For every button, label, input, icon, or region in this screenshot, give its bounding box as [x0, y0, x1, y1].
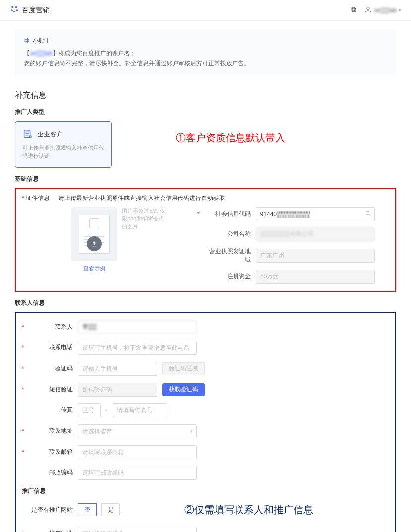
tips-title-text: 小贴士 — [33, 37, 51, 45]
zip-input[interactable] — [78, 466, 197, 480]
svg-point-6 — [367, 7, 369, 9]
has-site-label: 是否有推广网站 — [31, 506, 73, 514]
section-supplement-title: 补充信息 — [15, 90, 396, 101]
fax-label: 传真 — [31, 406, 73, 414]
email-label: 联系邮箱 — [31, 448, 73, 456]
svg-point-1 — [15, 6, 17, 8]
fax-area-input[interactable] — [78, 403, 101, 417]
upload-icon — [87, 236, 102, 251]
addr-label: 联系地址 — [31, 427, 73, 435]
brand-logo: 百度营销 — [10, 5, 50, 15]
tips-panel: 小贴士 【se▒▒lab】将成为您百度推广的账户名； 您的账户信息尚不完整，请尽… — [15, 30, 396, 75]
sms-verify-label: 短信验证 — [31, 385, 73, 394]
svg-line-13 — [369, 214, 370, 216]
chevron-down-icon: ▾ — [190, 429, 193, 434]
reg-capital-label: 注册资金 — [206, 272, 251, 281]
has-site-no[interactable]: 否 — [78, 503, 97, 516]
has-site-yes[interactable]: 是 — [101, 503, 120, 516]
annotation-1: ①客户资质信息默认带入 — [176, 132, 285, 145]
sound-icon — [24, 37, 30, 45]
email-input[interactable] — [78, 445, 197, 459]
contact-name-input[interactable] — [78, 320, 197, 334]
svg-point-0 — [11, 6, 13, 8]
section-contact-info: 联系人信息 — [15, 299, 396, 307]
copy-icon[interactable] — [350, 6, 357, 15]
sms-code-input[interactable] — [78, 383, 157, 397]
verify-code-input[interactable] — [78, 362, 157, 376]
chevron-down-icon: ▾ — [399, 8, 401, 13]
section-basic-info: 基础信息 — [15, 175, 396, 183]
svg-rect-4 — [352, 8, 356, 12]
province-city-select[interactable] — [78, 424, 197, 438]
industry-label: 推广行业 — [31, 529, 73, 532]
region-label: 营业执照发证地域 — [206, 247, 251, 264]
license-region-field — [256, 249, 375, 263]
contact-name-label: 联系人 — [31, 323, 73, 331]
fax-number-input[interactable] — [113, 403, 167, 417]
svg-point-12 — [366, 211, 369, 215]
svg-point-2 — [11, 9, 13, 11]
get-sms-button[interactable]: 获取验证码 — [162, 383, 205, 396]
top-header: 百度营销 se▒▒lab ▾ — [0, 0, 411, 21]
user-icon — [364, 6, 372, 15]
svg-point-3 — [16, 9, 18, 11]
user-menu[interactable]: se▒▒lab ▾ — [364, 6, 401, 15]
card-title: 企业客户 — [37, 130, 63, 139]
license-upload-zone[interactable] — [71, 207, 117, 261]
tips-line-1: 【se▒▒lab】将成为您百度推广的账户名； — [24, 48, 387, 58]
brand-text: 百度营销 — [22, 6, 50, 15]
annotation-2: ②仅需填写联系人和推广信息 — [184, 503, 313, 517]
basic-info-highlight-box: *证件信息 请上传最新营业执照原件或直接输入社会信用代码进行自动获取 查看示例 … — [15, 188, 396, 292]
card-desc: 可上传营业执照或输入社会信用代码进行认证 — [22, 144, 104, 160]
company-label: 公司名称 — [206, 230, 251, 238]
search-icon[interactable] — [365, 210, 371, 218]
section-promo-info: 推广信息 — [22, 487, 389, 495]
user-name-text: se▒▒lab — [374, 7, 397, 14]
upload-hint: 图片不超过5M, 仅限png/jpg/gif格式的图片 — [122, 207, 168, 272]
view-example-link[interactable]: 查看示例 — [71, 265, 117, 272]
social-code-input[interactable] — [256, 207, 375, 221]
tips-line-2: 您的账户信息尚不完整，请尽快补全。补全信息并通过账户审核后方可正常投放广告。 — [24, 58, 387, 68]
verify-region-button: 验证码区域 — [162, 362, 205, 375]
contact-phone-label: 联系电话 — [31, 343, 73, 352]
company-name-field — [256, 227, 375, 241]
contact-info-highlight-box: *联系人 *联系电话 *验证码 验证码区域 *短信验证 获取验证码 传真 - *… — [15, 312, 396, 532]
social-code-label: 社会信用代码 — [206, 210, 251, 218]
cert-instruction: 请上传最新营业执照原件或直接输入社会信用代码进行自动获取 — [59, 194, 225, 202]
enterprise-customer-card[interactable]: 企业客户 可上传营业执照或输入社会信用代码进行认证 — [15, 121, 112, 168]
section-promoter-type: 推广人类型 — [15, 108, 396, 116]
industry-select[interactable] — [78, 527, 197, 532]
zip-label: 邮政编码 — [31, 468, 73, 477]
reg-capital-field — [256, 270, 375, 284]
verify-code-label: 验证码 — [31, 364, 73, 373]
contact-phone-input[interactable] — [78, 341, 197, 355]
svg-rect-5 — [352, 7, 355, 11]
document-badge-icon — [22, 129, 33, 141]
cert-label: 证件信息 — [26, 195, 50, 201]
brand-icon — [10, 5, 19, 15]
